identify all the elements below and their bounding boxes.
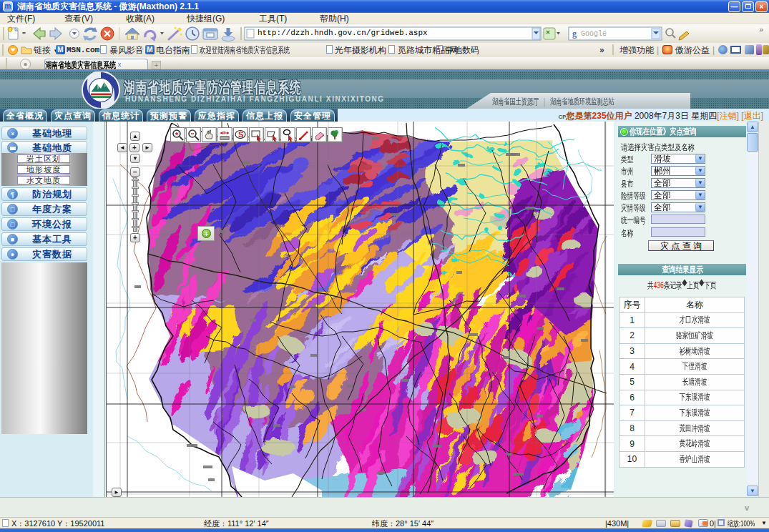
svg-text:g: g: [572, 29, 577, 39]
svg-text:S: S: [238, 130, 243, 139]
svg-text:?: ?: [222, 129, 226, 136]
svg-text:Google: Google: [581, 30, 607, 38]
